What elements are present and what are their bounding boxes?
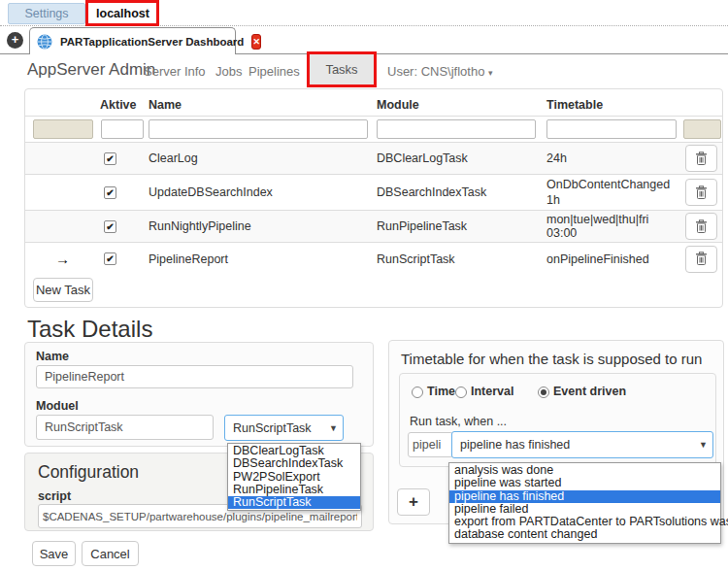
radio-event-driven-label: Event driven: [553, 385, 626, 398]
filter-module-input[interactable]: [377, 119, 536, 139]
task-timetable: mon|tue|wed|thu|fri 03:00: [544, 211, 680, 242]
delete-task-button[interactable]: [685, 145, 717, 172]
radio-interval-label: Interval: [471, 385, 513, 398]
filter-name-input[interactable]: [149, 119, 368, 139]
tasks-table-panel: Aktive Name Module Timetable ✔ ClearLog …: [24, 88, 723, 308]
save-button[interactable]: Save: [32, 541, 76, 566]
delete-task-button[interactable]: [685, 213, 717, 240]
new-task-button[interactable]: New Task: [33, 278, 93, 302]
new-tab-button[interactable]: +: [7, 32, 23, 49]
dropdown-option[interactable]: RunPipelineTask: [228, 484, 360, 496]
radio-interval[interactable]: [455, 386, 467, 398]
filter-disabled-box-left: [33, 119, 93, 139]
trash-icon: [695, 219, 708, 234]
navbar-brand[interactable]: AppServer Admin: [27, 60, 155, 80]
table-row[interactable]: → ✔ PipelineReport RunScriptTask onPipel…: [25, 243, 722, 275]
task-name-input[interactable]: [36, 365, 353, 388]
cancel-button[interactable]: Cancel: [82, 541, 139, 566]
event-select-value: pipeline has finished: [460, 438, 570, 452]
header-module: Module: [374, 89, 544, 116]
dropdown-option[interactable]: pipeline was started: [449, 477, 720, 489]
name-label: Name: [36, 350, 69, 363]
configuration-title: Configuration: [38, 462, 139, 483]
task-name: PipelineReport: [146, 243, 374, 275]
trash-icon: [695, 185, 708, 200]
chevron-down-icon: ▾: [488, 68, 493, 78]
browser-tab-localhost[interactable]: localhost: [89, 3, 156, 23]
header-indicator: [25, 89, 97, 116]
module-select-dropdown: DBClearLogTask DBSearchIndexTask PW2PSol…: [227, 443, 361, 511]
timetable-inner-panel: Time Interval Event driven Run task, whe…: [399, 373, 716, 467]
trash-icon: [695, 252, 708, 266]
header-active: Aktive: [97, 89, 146, 116]
filter-active-input[interactable]: [101, 119, 144, 139]
active-checkbox[interactable]: ✔: [104, 252, 116, 265]
user-menu-label: User: CNS\jflotho: [387, 64, 484, 79]
task-module: DBClearLogTask: [374, 143, 544, 174]
dropdown-option[interactable]: PW2PSolExport: [228, 471, 360, 484]
dropdown-option[interactable]: pipeline failed: [449, 503, 720, 516]
dropdown-option-selected[interactable]: pipeline has finished: [449, 490, 720, 503]
select-caret-icon: ▼: [329, 423, 338, 433]
screenshot-stage: Settings localhost + PARTapplicationServ…: [0, 0, 728, 571]
filter-disabled-box-right: [683, 119, 721, 139]
task-details-panel: Name Moduel RunScriptTask ▼: [24, 342, 374, 447]
task-module: DBSearchIndexTask: [374, 175, 544, 210]
nav-item-user-menu[interactable]: User: CNS\jflotho ▾: [387, 64, 493, 79]
dropdown-option[interactable]: database content changed: [449, 528, 720, 541]
table-header-row: Aktive Name Module Timetable: [25, 89, 722, 117]
delete-task-button[interactable]: [685, 179, 717, 206]
task-details-title: Task Details: [27, 316, 152, 343]
nav-item-server-info[interactable]: Server Info: [144, 64, 206, 79]
task-name: UpdateDBSearchIndex: [146, 175, 374, 210]
run-task-when-label: Run task, when ...: [410, 415, 507, 428]
nav-item-jobs[interactable]: Jobs: [215, 64, 242, 79]
header-timetable: Timetable: [544, 89, 680, 116]
dropdown-option-selected[interactable]: RunScriptTask: [228, 496, 360, 509]
filter-timetable-input[interactable]: [546, 119, 677, 139]
active-checkbox[interactable]: ✔: [104, 186, 116, 199]
dropdown-option[interactable]: export from PARTDataCenter to PARTsoluti…: [449, 516, 720, 528]
table-row[interactable]: ✔ RunNightlyPipeline RunPipelineTask mon…: [25, 211, 722, 243]
table-row[interactable]: ✔ UpdateDBSearchIndex DBSearchIndexTask …: [25, 175, 722, 211]
timetable-title: Timetable for when the task is supposed …: [401, 351, 702, 367]
dropdown-option[interactable]: DBSearchIndexTask: [228, 457, 360, 470]
tab-strip-divider: [0, 25, 728, 26]
page-tab-title: PARTapplicationServer Dashboard: [60, 36, 244, 48]
event-select[interactable]: pipeline has finished ▼: [451, 431, 713, 458]
task-module-input[interactable]: [36, 415, 214, 440]
active-checkbox[interactable]: ✔: [104, 152, 116, 165]
task-module: RunPipelineTask: [374, 211, 544, 242]
browser-tab-settings[interactable]: Settings: [8, 3, 85, 24]
module-select[interactable]: RunScriptTask ▼: [224, 415, 344, 441]
select-caret-icon: ▼: [699, 440, 708, 450]
selected-row-arrow-icon: →: [55, 251, 70, 267]
radio-time[interactable]: [412, 386, 423, 398]
dropdown-option[interactable]: analysis was done: [449, 464, 720, 477]
radio-time-label: Time: [427, 385, 455, 398]
script-label: script: [38, 489, 71, 503]
active-checkbox[interactable]: ✔: [104, 220, 116, 233]
dashboard-page-tab[interactable]: PARTapplicationServer Dashboard ✕: [29, 27, 236, 54]
header-name: Name: [146, 89, 374, 116]
nav-item-tasks[interactable]: Tasks: [310, 53, 374, 85]
task-timetable: onPipelineFinished: [544, 243, 680, 275]
event-select-dropdown: analysis was done pipeline was started p…: [448, 462, 721, 544]
nav-item-pipelines[interactable]: Pipelines: [248, 64, 300, 79]
table-row[interactable]: ✔ ClearLog DBClearLogTask 24h: [25, 143, 722, 175]
table-filter-row: [25, 117, 722, 143]
module-select-value: RunScriptTask: [233, 421, 312, 435]
trash-icon: [695, 151, 708, 166]
globe-icon: [37, 34, 52, 50]
task-timetable: 24h: [544, 143, 680, 174]
module-label: Moduel: [36, 399, 79, 413]
dropdown-option[interactable]: DBClearLogTask: [228, 445, 360, 457]
delete-task-button[interactable]: [685, 246, 717, 273]
radio-event-driven[interactable]: [538, 386, 549, 398]
task-module: RunScriptTask: [374, 243, 544, 275]
task-timetable: OnDbContentChanged 1h: [544, 175, 680, 210]
close-tab-icon[interactable]: ✕: [251, 34, 261, 50]
event-text-input[interactable]: [408, 432, 453, 457]
task-name: ClearLog: [146, 143, 374, 174]
add-timetable-entry-button[interactable]: +: [397, 488, 430, 516]
